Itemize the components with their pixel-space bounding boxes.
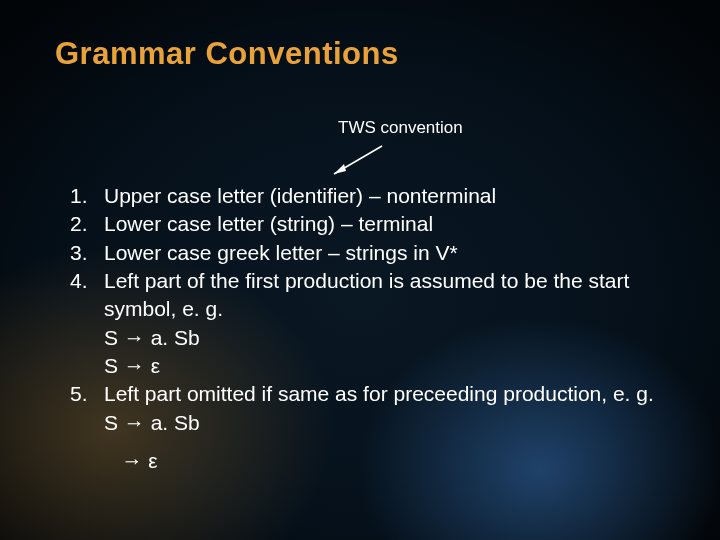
- list-item-text: Lower case letter (string) – terminal: [104, 210, 680, 238]
- arrow-icon: [324, 140, 404, 180]
- list-item: S → a. Sb: [70, 324, 680, 352]
- slide-subtitle: TWS convention: [338, 118, 463, 138]
- slide: Grammar Conventions TWS convention 1.Upp…: [0, 0, 720, 540]
- list-item-number: 1.: [70, 182, 104, 210]
- list-item-text: S → a. Sb: [104, 409, 680, 437]
- list-item: → ε: [70, 447, 680, 475]
- list-item-text: S → a. Sb: [104, 324, 680, 352]
- list-item-number: 4.: [70, 267, 104, 295]
- list-item-text: Left part of the first production is ass…: [104, 267, 680, 324]
- slide-title: Grammar Conventions: [55, 36, 399, 72]
- list-item: 3.Lower case greek letter – strings in V…: [70, 239, 680, 267]
- list-item-number: 2.: [70, 210, 104, 238]
- list-item-number: 5.: [70, 380, 104, 408]
- svg-line-0: [334, 146, 382, 174]
- list-item: 1.Upper case letter (identifier) – nonte…: [70, 182, 680, 210]
- list-item: S → a. Sb: [70, 409, 680, 437]
- list-item: 5.Left part omitted if same as for prece…: [70, 380, 680, 408]
- list-item-text: Left part omitted if same as for preceed…: [104, 380, 680, 408]
- list-item: S → ε: [70, 352, 680, 380]
- list-item: 4.Left part of the first production is a…: [70, 267, 680, 324]
- list-item-text: Lower case greek letter – strings in V*: [104, 239, 680, 267]
- list-item-number: 3.: [70, 239, 104, 267]
- svg-marker-1: [334, 164, 346, 174]
- list-item-text: Upper case letter (identifier) – nonterm…: [104, 182, 680, 210]
- list-item: 2.Lower case letter (string) – terminal: [70, 210, 680, 238]
- list-item-text: S → ε: [104, 352, 680, 380]
- convention-list: 1.Upper case letter (identifier) – nonte…: [70, 182, 680, 475]
- list-item-text: → ε: [104, 447, 680, 475]
